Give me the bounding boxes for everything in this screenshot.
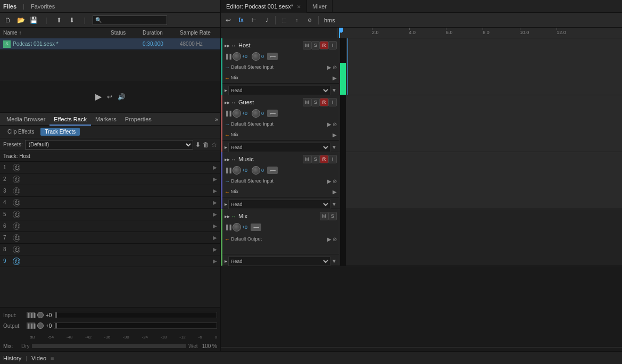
new-icon[interactable]: 🗋: [3, 15, 13, 25]
fx-button[interactable]: fx: [236, 15, 246, 26]
track-host-input-mute[interactable]: ⊘: [333, 64, 337, 70]
presets-download-icon[interactable]: ⬇: [195, 141, 201, 148]
effect-slot-6[interactable]: 6 ⏻ ▶: [0, 220, 220, 232]
track-music-input-arrow[interactable]: ▶: [327, 178, 331, 184]
presets-star-icon[interactable]: ☆: [211, 141, 217, 148]
track-guest-input-arrow[interactable]: ▶: [327, 121, 331, 127]
track-guest-output-expand[interactable]: ▶: [333, 132, 337, 138]
effect-slot-7[interactable]: 7 ⏻ ▶: [0, 232, 220, 244]
track-host-chevron[interactable]: ▼: [331, 87, 337, 93]
editor-tab-podcast[interactable]: Editor: Podcast 001.sesx* ✕: [221, 0, 307, 13]
effect-expand-1[interactable]: ▶: [213, 164, 217, 170]
effect-slot-4[interactable]: 4 ⏻ ▶: [0, 197, 220, 209]
close-icon[interactable]: ✕: [297, 4, 301, 10]
effect-power-7[interactable]: ⏻: [13, 234, 20, 242]
loop-region-button[interactable]: ⬚: [279, 15, 289, 26]
favorites-tab[interactable]: Favorites: [31, 3, 55, 10]
ruler-marks[interactable]: 2.0 4.0 6.0 8.0 10.0 12.0: [338, 28, 622, 38]
track-guest-record[interactable]: R: [320, 98, 328, 106]
markers-tab[interactable]: Markers: [91, 113, 121, 126]
mixer-tab[interactable]: Mixer: [307, 0, 333, 13]
track-mix-read-select[interactable]: Read: [228, 257, 330, 266]
search-input[interactable]: [103, 17, 164, 23]
track-guest-expand2[interactable]: ▸: [225, 144, 227, 150]
track-music-solo[interactable]: S: [311, 155, 320, 163]
effect-expand-3[interactable]: ▶: [213, 188, 217, 194]
track-host-expand[interactable]: ▸▸: [225, 43, 230, 48]
effect-power-6[interactable]: ⏻: [13, 222, 20, 230]
input-bar[interactable]: [54, 312, 217, 318]
track-music-chevron[interactable]: ▼: [331, 201, 337, 207]
effect-expand-5[interactable]: ▶: [213, 211, 217, 217]
punch-button[interactable]: ↑: [292, 15, 302, 26]
track-mix-vol-knob[interactable]: [233, 223, 241, 231]
track-host-content[interactable]: [346, 38, 622, 95]
timeline-scrollbar[interactable]: [221, 347, 622, 351]
track-mix-expand[interactable]: ▸▸: [225, 213, 230, 219]
open-icon[interactable]: 📂: [16, 15, 26, 25]
effect-power-3[interactable]: ⏻: [13, 187, 20, 195]
effects-rack-tab[interactable]: Effects Rack: [49, 113, 91, 126]
more-tabs-icon[interactable]: »: [215, 116, 218, 122]
track-guest-input-mute[interactable]: ⊘: [333, 121, 337, 127]
track-host-expand2[interactable]: ▸: [225, 87, 227, 93]
effect-expand-6[interactable]: ▶: [213, 223, 217, 229]
track-guest-vol-knob[interactable]: [233, 109, 241, 118]
track-mix-expand2[interactable]: ▸: [225, 258, 227, 264]
track-guest-solo[interactable]: S: [311, 98, 320, 106]
track-host-mute[interactable]: M: [303, 41, 311, 49]
import-icon[interactable]: ⬆: [54, 15, 64, 25]
metronome-button[interactable]: ♩: [261, 15, 272, 26]
effect-slot-1[interactable]: 1 ⏻ ▶: [0, 162, 220, 173]
track-music-read-select[interactable]: Read: [228, 200, 330, 209]
video-tab[interactable]: Video: [31, 355, 46, 361]
track-music-record[interactable]: R: [320, 155, 328, 163]
file-row[interactable]: S Podcast 001.sesx * 0:30.000 48000 Hz: [0, 38, 220, 50]
effect-power-9[interactable]: ⏻: [13, 258, 20, 265]
track-music-input[interactable]: I: [328, 155, 337, 163]
track-guest-pan-knob[interactable]: [252, 109, 260, 118]
effect-slot-9[interactable]: 9 ⏻ ▶: [0, 255, 220, 267]
track-host-read-select[interactable]: Read: [228, 86, 330, 95]
track-host-output-expand[interactable]: ▶: [333, 75, 337, 81]
track-host-input[interactable]: I: [328, 41, 337, 49]
effect-power-4[interactable]: ⏻: [13, 199, 20, 206]
track-music-content[interactable]: [346, 152, 622, 209]
track-mix-solo[interactable]: S: [328, 212, 337, 220]
track-mix-output-mute[interactable]: ⊘: [333, 236, 337, 242]
effect-expand-8[interactable]: ▶: [213, 246, 217, 252]
effect-slot-8[interactable]: 8 ⏻ ▶: [0, 244, 220, 255]
track-music-output-expand[interactable]: ▶: [333, 189, 337, 195]
track-host-vol-knob[interactable]: [233, 52, 241, 61]
presets-delete-icon[interactable]: 🗑: [203, 141, 209, 148]
track-music-expand2[interactable]: ▸: [225, 201, 227, 207]
presets-select[interactable]: (Default): [25, 140, 193, 150]
media-browser-tab[interactable]: Media Browser: [2, 113, 49, 126]
effect-expand-2[interactable]: ▶: [213, 176, 217, 182]
volume-button[interactable]: 🔊: [118, 93, 126, 101]
search-box[interactable]: 🔍: [93, 15, 167, 25]
output-bar[interactable]: [54, 322, 217, 329]
track-music-mute[interactable]: M: [303, 155, 311, 163]
track-mix-mute[interactable]: M: [320, 212, 328, 220]
track-host-record[interactable]: R: [320, 41, 328, 49]
effect-slot-3[interactable]: 3 ⏻ ▶: [0, 185, 220, 197]
track-guest-chevron[interactable]: ▼: [331, 144, 337, 150]
history-tab[interactable]: History: [3, 355, 21, 361]
col-name[interactable]: Name ↑: [3, 30, 111, 36]
track-music-vol-knob[interactable]: [233, 166, 241, 175]
play-button[interactable]: ▶: [95, 92, 102, 102]
export-icon[interactable]: ⬇: [67, 15, 77, 25]
properties-tab[interactable]: Properties: [121, 113, 156, 126]
track-mix-chevron[interactable]: ▼: [331, 258, 337, 264]
effect-power-2[interactable]: ⏻: [13, 176, 20, 183]
track-guest-mute[interactable]: M: [303, 98, 311, 106]
mix-slider[interactable]: [32, 344, 186, 348]
input-knob[interactable]: [37, 312, 44, 318]
effect-slot-2[interactable]: 2 ⏻ ▶: [0, 173, 220, 185]
loop-button[interactable]: ↩: [107, 93, 112, 101]
return-to-start-button[interactable]: ↩: [223, 15, 234, 26]
files-tab[interactable]: Files: [3, 3, 16, 10]
track-guest-input[interactable]: I: [328, 98, 337, 106]
track-host-input-arrow[interactable]: ▶: [327, 64, 331, 70]
